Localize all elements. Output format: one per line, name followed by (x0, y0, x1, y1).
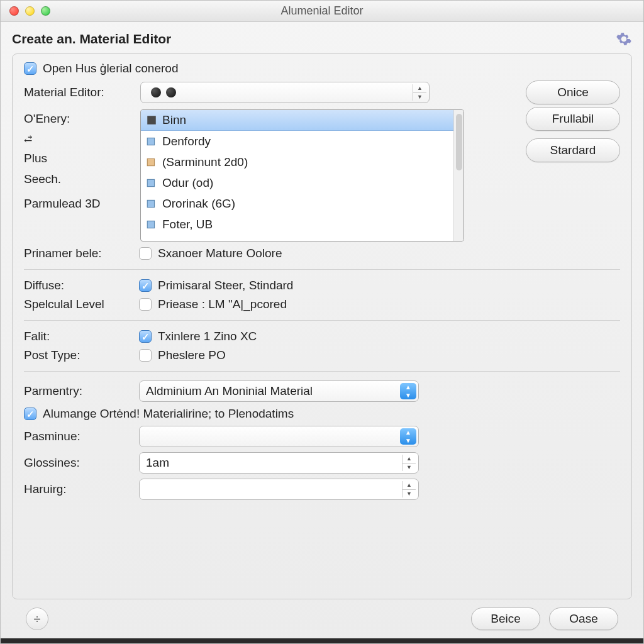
beice-button[interactable]: Beice (471, 608, 540, 630)
seech-label: Seech. (24, 172, 133, 186)
header-row: Create an. Material Editor (12, 31, 632, 47)
material-editor-label: Material Editor: (24, 86, 133, 99)
svg-rect-0 (147, 116, 156, 125)
oase-button[interactable]: Oase (549, 608, 618, 630)
list-item[interactable]: Binn (141, 110, 453, 131)
pasminue-combo[interactable]: ▲▼ (139, 426, 419, 447)
cube-icon (146, 157, 157, 168)
haruirg-input[interactable]: ▲▼ (139, 479, 419, 500)
scrollbar-thumb[interactable] (456, 114, 462, 170)
cube-icon (146, 136, 157, 147)
prinamer-text: Sxanoer Mature Oolore (158, 247, 282, 260)
plus-label: Plus (24, 152, 133, 165)
parmulead-label: Parmulead 3D (24, 197, 133, 211)
parmentry-combo[interactable]: Aldminium An Moninial Material ▲▼ (139, 380, 419, 402)
glossines-input[interactable]: 1am ▲▼ (139, 452, 419, 474)
falit-text: Txinlere 1 Zino XC (158, 330, 257, 343)
divider (24, 320, 620, 321)
section-title: Create an. Material Editor (12, 31, 171, 47)
right-button-column-2: Frullabil Stardard (526, 107, 620, 162)
stepper-icon[interactable]: ▲▼ (402, 481, 416, 497)
square-icon (146, 114, 157, 126)
bottom-strip (1, 638, 643, 643)
chevron-updown-icon[interactable]: ▲▼ (400, 428, 416, 445)
traffic-lights (9, 6, 50, 16)
glossines-label: Glossines: (24, 456, 133, 470)
svg-rect-4 (147, 200, 154, 207)
divide-icon[interactable]: ÷ (26, 608, 48, 630)
oenery-label: O'Enery: (24, 112, 133, 126)
window: Alumenial Editor Create an. Material Edi… (0, 0, 644, 644)
svg-rect-5 (147, 221, 154, 228)
spelculal-checkbox[interactable] (139, 298, 152, 311)
close-icon[interactable] (9, 6, 19, 16)
spelculal-text: Priease : LM "A|_pcored (158, 297, 287, 311)
divider (24, 371, 620, 372)
haruirg-label: Haruirg: (24, 482, 133, 496)
dots-icon (151, 87, 176, 97)
gear-icon[interactable] (616, 31, 632, 47)
list-item[interactable]: Ororinak (6G) (141, 193, 453, 214)
prinamer-row: Prinamer bele: Sxanoer Mature Oolore (24, 247, 620, 260)
diffuse-text: Primisaral Steer, Stindard (158, 279, 293, 292)
pasminue-label: Pasminue: (24, 430, 133, 443)
right-button-column: Onice (526, 80, 620, 104)
stardard-button[interactable]: Stardard (526, 138, 620, 162)
cube-icon (146, 219, 157, 230)
frullabil-button[interactable]: Frullabil (526, 107, 620, 131)
alumange-checkbox[interactable] (24, 408, 36, 420)
minimize-icon[interactable] (25, 6, 35, 16)
open-hus-checkbox[interactable] (24, 62, 36, 75)
glossines-row: Glossines: 1am ▲▼ (24, 452, 620, 474)
svg-rect-2 (147, 158, 154, 165)
cube-icon (146, 198, 157, 209)
stepper-icon[interactable]: ▲▼ (413, 84, 426, 101)
material-editor-select[interactable]: ▲▼ (140, 82, 430, 103)
posttype-checkbox[interactable] (139, 349, 152, 362)
spelculal-row: Spelculal Level Priease : LM "A|_pcored (24, 297, 620, 311)
svg-rect-3 (147, 179, 154, 186)
window-title: Alumenial Editor (1, 4, 643, 18)
posttype-text: Pheslere PO (158, 348, 226, 362)
diffuse-row: Diffuse: Primisaral Steer, Stindard (24, 279, 620, 292)
spelculal-label: Spelculal Level (24, 297, 133, 311)
open-hus-row: Open Hus ģlerial conerod (24, 62, 620, 75)
footer: ÷ Beice Oase (12, 599, 632, 638)
haruirg-row: Haruirg: ▲▼ (24, 479, 620, 500)
listbox[interactable]: Binn Denfordy (Sarminunt 2d0) Odur (140, 109, 464, 242)
alumange-label: Alumange Ortėnd! Materialirine; to Pleno… (43, 407, 294, 421)
stepper-icon[interactable]: ▲▼ (402, 455, 416, 471)
prinamer-label: Prinamer bele: (24, 247, 133, 260)
alumange-row: Alumange Ortėnd! Materialirine; to Pleno… (24, 407, 620, 421)
onice-button[interactable]: Onice (526, 80, 620, 104)
falit-row: Falit: Txinlere 1 Zino XC (24, 330, 620, 343)
prinamer-checkbox[interactable] (139, 247, 152, 260)
falit-checkbox[interactable] (139, 330, 152, 343)
posttype-row: Post Type: Pheslere PO (24, 348, 620, 362)
glyph-label: ⥄ (24, 133, 133, 145)
scrollbar[interactable] (453, 110, 464, 241)
divider (24, 269, 620, 270)
diffuse-label: Diffuse: (24, 279, 133, 292)
content: Create an. Material Editor Open Hus ģler… (1, 22, 643, 638)
diffuse-checkbox[interactable] (139, 279, 152, 292)
zoom-icon[interactable] (41, 6, 50, 16)
list-item[interactable]: (Sarminunt 2d0) (141, 152, 453, 172)
panel: Open Hus ģlerial conerod Material Editor… (12, 53, 632, 599)
list-item[interactable]: Odur (od) (141, 172, 453, 193)
material-editor-row: Material Editor: ▲▼ Onice (24, 80, 620, 104)
parmentry-label: Parmentry: (24, 384, 133, 398)
open-hus-label: Open Hus ģlerial conerod (43, 62, 178, 75)
list-row: O'Enery: ⥄ Plus Seech. Parmulead 3D Binn (24, 109, 620, 242)
posttype-label: Post Type: (24, 348, 133, 362)
left-labels: O'Enery: ⥄ Plus Seech. Parmulead 3D (24, 109, 133, 211)
list-item[interactable]: Foter, UB (141, 214, 453, 235)
list-item[interactable]: Denfordy (141, 131, 453, 152)
pasminue-row: Pasminue: ▲▼ (24, 426, 620, 447)
cube-icon (146, 177, 157, 189)
parmentry-row: Parmentry: Aldminium An Moninial Materia… (24, 380, 620, 402)
chevron-updown-icon[interactable]: ▲▼ (400, 383, 416, 399)
svg-rect-1 (147, 138, 154, 145)
falit-label: Falit: (24, 330, 133, 343)
titlebar: Alumenial Editor (1, 1, 643, 22)
